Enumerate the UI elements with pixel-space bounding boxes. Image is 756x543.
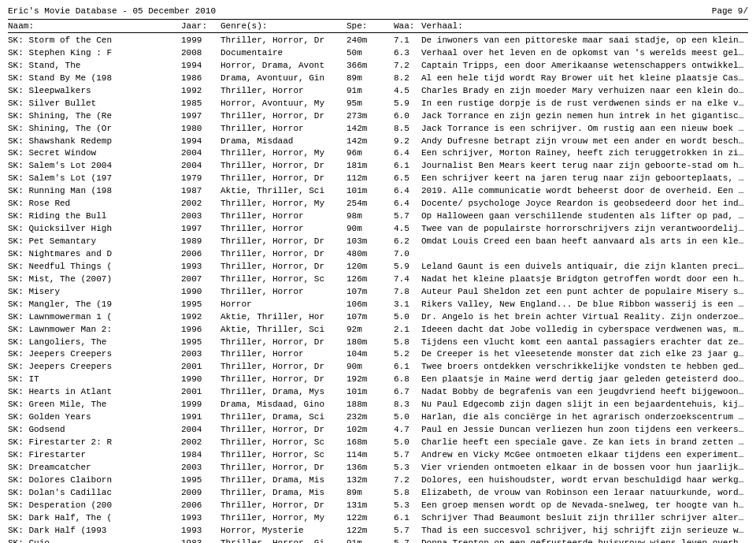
- table-row: SK: Langoliers, The1995Thriller, Horror,…: [8, 337, 748, 349]
- cell-naam: SK: Storm of the Cen: [8, 35, 181, 47]
- cell-waa: 8.2: [394, 73, 421, 85]
- cell-spe: 132m: [346, 474, 394, 487]
- cell-jaar: 1997: [181, 110, 220, 123]
- cell-verhaal: Auteur Paul Sheldon zet een punt achter …: [421, 286, 748, 299]
- cell-jaar: 2002: [181, 198, 220, 210]
- cell-jaar: 1993: [181, 512, 220, 525]
- cell-genre: Thriller, Horror: [220, 286, 346, 299]
- cell-spe: 91m: [346, 85, 394, 98]
- cell-verhaal: Tijdens een vlucht komt een aantal passa…: [421, 337, 748, 349]
- cell-genre: Thriller, Drama, Mis: [220, 474, 346, 487]
- cell-waa: 3.1: [394, 299, 421, 311]
- cell-naam: SK: Lawnmowerman 1 (: [8, 311, 181, 324]
- cell-waa: 7.2: [394, 60, 421, 73]
- cell-naam: SK: Firestarter: [8, 449, 181, 462]
- cell-genre: Thriller, Horror, My: [220, 147, 346, 160]
- cell-verhaal: Leland Gaunt is een duivels antiquair, d…: [421, 261, 748, 273]
- cell-verhaal: Een plaatsje in Maine werd dertig jaar g…: [421, 374, 748, 386]
- table-row: SK: Jeepers Creepers2001Thriller, Horror…: [8, 361, 748, 374]
- cell-spe: 232m: [346, 411, 394, 424]
- cell-waa: 7.2: [394, 474, 421, 487]
- cell-genre: Thriller, Horror: [220, 223, 346, 236]
- cell-jaar: 1995: [181, 337, 220, 349]
- table-row: SK: Quicksilver High1997Thriller, Horror…: [8, 223, 748, 236]
- cell-jaar: 1996: [181, 324, 220, 337]
- cell-naam: SK: Mist, The (2007): [8, 273, 181, 286]
- cell-verhaal: Donna Trenton op een gefrusteerde huisvr…: [421, 537, 748, 544]
- cell-jaar: 2004: [181, 424, 220, 437]
- cell-genre: Thriller, Horror: [220, 123, 346, 136]
- columns-divider: [8, 32, 748, 33]
- cell-jaar: 1980: [181, 123, 220, 136]
- cell-naam: SK: Riding the Bull: [8, 210, 181, 223]
- cell-genre: Thriller, Horror, Dr: [220, 110, 346, 123]
- cell-naam: SK: Sleepwalkers: [8, 85, 181, 98]
- cell-genre: Thriller, Horror, Dr: [220, 462, 346, 474]
- cell-naam: SK: Nightmares and D: [8, 248, 181, 261]
- cell-genre: Thriller, Horror, Dr: [220, 500, 346, 512]
- cell-naam: SK: Running Man (198: [8, 185, 181, 198]
- cell-spe: 136m: [346, 462, 394, 474]
- cell-jaar: 1999: [181, 35, 220, 47]
- cell-jaar: 1986: [181, 73, 220, 85]
- column-headers: Naam: Jaar: Genre(s): Spe: Waa: Verhaal:: [8, 21, 748, 31]
- col-verhaal-header: Verhaal:: [421, 21, 748, 31]
- cell-spe: 188m: [346, 399, 394, 411]
- cell-genre: Thriller, Horror: [220, 210, 346, 223]
- cell-jaar: 1994: [181, 60, 220, 73]
- cell-verhaal: Andy Dufresne betrapt zijn vrouw met een…: [421, 136, 748, 148]
- table-row: SK: Firestarter1984Thriller, Horror, Sc1…: [8, 449, 748, 462]
- cell-spe: 131m: [346, 500, 394, 512]
- cell-waa: 4.7: [394, 424, 421, 437]
- header-divider: [8, 19, 748, 20]
- table-row: SK: Jeepers Creepers2003Thriller, Horror…: [8, 348, 748, 361]
- cell-waa: 7.8: [394, 286, 421, 299]
- cell-verhaal: Jack Torrance is een schrijver. Om rusti…: [421, 123, 748, 136]
- cell-spe: 273m: [346, 110, 394, 123]
- cell-genre: Thriller, Drama, Sci: [220, 411, 346, 424]
- cell-naam: SK: Rose Red: [8, 198, 181, 210]
- cell-genre: Thriller, Horror, My: [220, 512, 346, 525]
- cell-naam: SK: Dolores Claiborn: [8, 474, 181, 487]
- page-header: Eric's Movie Database - 05 December 2010…: [8, 6, 748, 16]
- cell-naam: SK: Misery: [8, 286, 181, 299]
- cell-waa: 8.5: [394, 123, 421, 136]
- cell-jaar: 1992: [181, 85, 220, 98]
- cell-jaar: 2001: [181, 386, 220, 399]
- cell-genre: Thriller, Horror, Dr: [220, 236, 346, 248]
- cell-verhaal: Twee broers ontdekken verschrikkelijke v…: [421, 361, 748, 374]
- cell-jaar: 1990: [181, 374, 220, 386]
- cell-waa: 6.1: [394, 160, 421, 173]
- cell-jaar: 1997: [181, 223, 220, 236]
- cell-genre: Thriller, Horror, Dr: [220, 35, 346, 47]
- cell-waa: 5.0: [394, 311, 421, 324]
- cell-jaar: 2009: [181, 487, 220, 500]
- cell-naam: SK: Salem's Lot 2004: [8, 160, 181, 173]
- cell-genre: Thriller, Horror, Sc: [220, 449, 346, 462]
- cell-genre: Aktie, Thriller, Sci: [220, 185, 346, 198]
- table-row: SK: Mangler, The (191995Horror106m3.1Rik…: [8, 299, 748, 311]
- cell-spe: 90m: [346, 223, 394, 236]
- cell-spe: 480m: [346, 248, 394, 261]
- cell-waa: 6.1: [394, 512, 421, 525]
- cell-jaar: 1993: [181, 261, 220, 273]
- table-row: SK: Dolores Claiborn1995Thriller, Drama,…: [8, 474, 748, 487]
- table-row: SK: Running Man (1981987Aktie, Thriller,…: [8, 185, 748, 198]
- cell-waa: 6.4: [394, 198, 421, 210]
- cell-spe: 120m: [346, 261, 394, 273]
- cell-jaar: 1990: [181, 286, 220, 299]
- cell-spe: 142m: [346, 136, 394, 148]
- cell-genre: Thriller, Horror: [220, 348, 346, 361]
- cell-genre: Horror: [220, 299, 346, 311]
- cell-jaar: 2003: [181, 462, 220, 474]
- cell-waa: 5.0: [394, 437, 421, 449]
- table-row: SK: Desperation (2002006Thriller, Horror…: [8, 500, 748, 512]
- cell-verhaal: Dolores, een huishoudster, wordt ervan b…: [421, 474, 748, 487]
- table-row: SK: Sleepwalkers1992Thriller, Horror91m4…: [8, 85, 748, 98]
- cell-waa: 6.5: [394, 173, 421, 185]
- cell-spe: 366m: [346, 60, 394, 73]
- cell-waa: 2.1: [394, 324, 421, 337]
- cell-verhaal: Op Halloween gaan verschillende studente…: [421, 210, 748, 223]
- cell-spe: 102m: [346, 424, 394, 437]
- cell-jaar: 1985: [181, 98, 220, 110]
